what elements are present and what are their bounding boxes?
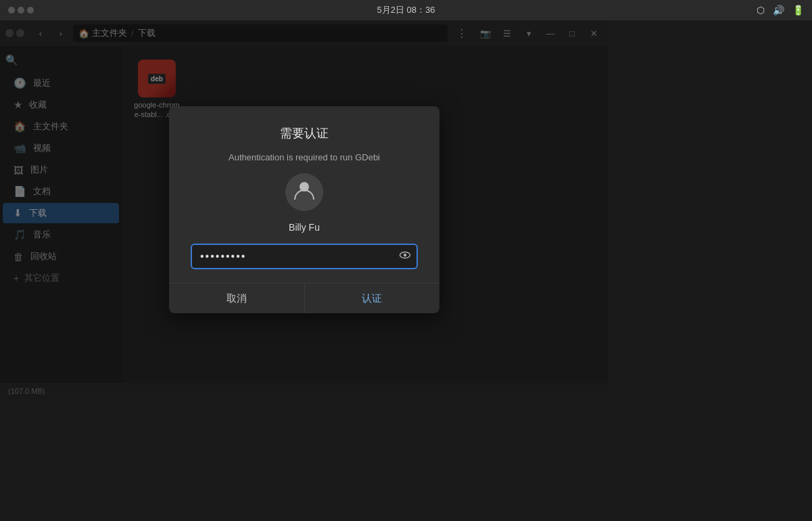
auth-dialog: 需要认证 Authentication is required to run G…	[169, 106, 439, 313]
taskbar-dot-3	[27, 7, 34, 14]
taskbar-dot-2	[18, 7, 24, 14]
auth-dialog-footer: 取消 认证	[169, 283, 439, 313]
auth-password-wrapper	[191, 244, 418, 269]
cancel-button[interactable]: 取消	[169, 284, 305, 313]
confirm-button[interactable]: 认证	[305, 284, 440, 313]
taskbar-dot-1	[8, 7, 15, 14]
taskbar-dots	[8, 7, 34, 14]
volume-icon[interactable]: 🔊	[773, 5, 784, 16]
avatar-icon	[293, 179, 315, 206]
auth-subtitle: Authentication is required to run GDebi	[229, 152, 380, 162]
auth-title: 需要认证	[280, 125, 329, 141]
taskbar-datetime: 5月2日 08：36	[377, 4, 435, 16]
password-input[interactable]	[191, 244, 418, 269]
auth-dialog-body: 需要认证 Authentication is required to run G…	[169, 106, 439, 283]
desktop-area	[0, 406, 812, 521]
dialog-overlay: 需要认证 Authentication is required to run G…	[0, 20, 608, 399]
avatar	[285, 173, 323, 211]
taskbar-left	[8, 7, 34, 14]
taskbar: 5月2日 08：36 ⬡ 🔊 🔋	[0, 0, 812, 20]
auth-username: Billy Fu	[289, 222, 320, 233]
battery-icon[interactable]: 🔋	[792, 5, 804, 16]
taskbar-right: ⬡ 🔊 🔋	[757, 5, 804, 16]
toggle-password-button[interactable]	[399, 249, 411, 264]
svg-point-2	[404, 254, 407, 257]
network-icon[interactable]: ⬡	[757, 5, 765, 16]
